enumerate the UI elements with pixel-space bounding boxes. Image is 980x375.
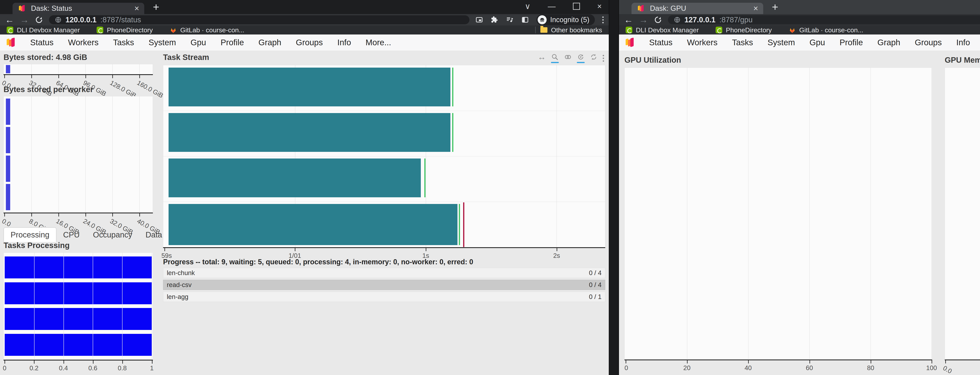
task-stream-chart: Task Stream ↔ <box>163 53 605 257</box>
bookmark-phonedirectory[interactable]: PhoneDirectory <box>716 26 772 34</box>
media-playlist-icon[interactable] <box>506 16 514 24</box>
tab-processing[interactable]: Processing <box>3 227 56 242</box>
tasks-processing-plot <box>3 253 153 360</box>
browser-window-gpu: Dask: GPU × + ∨ — × ← → 127.0.0.1:8787/g… <box>619 0 980 375</box>
pan-tool-icon[interactable]: ↔ <box>538 53 546 64</box>
dask-navbar: Status Workers Tasks System Gpu Profile … <box>0 35 609 51</box>
new-tab-button[interactable]: + <box>153 2 159 13</box>
profile-badge[interactable]: Incognito (5) <box>536 14 595 25</box>
browser-toolbar: ← → 127.0.0.1:8787/gpu Incognito (5) <box>619 14 980 25</box>
task-name: len-agg <box>167 293 188 300</box>
tab-close-icon[interactable]: × <box>753 4 758 13</box>
nav-groups[interactable]: Groups <box>915 38 942 47</box>
folder-icon <box>540 27 547 33</box>
chart-title: GPU Memory: 4.67 GiB / 60.00 GiB <box>945 56 980 64</box>
nav-tasks[interactable]: Tasks <box>732 38 753 47</box>
back-button[interactable]: ← <box>624 15 633 24</box>
task-marker-green <box>452 68 453 106</box>
task-count: 0 / 1 <box>589 293 601 300</box>
bookmark-gitlab[interactable]: GitLab · course-con... <box>789 26 863 34</box>
extensions-icon[interactable] <box>491 16 498 24</box>
bytes-stored-plot <box>3 64 153 74</box>
box-zoom-tool-icon[interactable] <box>551 53 559 63</box>
site-info-icon[interactable] <box>55 16 62 23</box>
nav-status[interactable]: Status <box>649 38 673 47</box>
toolbar-more-icon[interactable] <box>603 55 604 62</box>
task-marker-green <box>452 113 453 152</box>
hover-tool-icon[interactable] <box>577 53 585 63</box>
wheel-zoom-tool-icon[interactable] <box>564 53 572 63</box>
nav-graph[interactable]: Graph <box>878 38 900 47</box>
nav-gpu[interactable]: Gpu <box>191 38 206 47</box>
bookmarks-bar: DLI Devbox Manager PhoneDirectory GitLab… <box>0 25 609 35</box>
nav-info[interactable]: Info <box>337 38 351 47</box>
task-marker-green <box>459 204 460 245</box>
gpu-utilization-plot <box>624 68 932 359</box>
nav-graph[interactable]: Graph <box>259 38 282 47</box>
url-path: :8787/status <box>100 16 141 24</box>
nvidia-icon <box>626 27 632 33</box>
back-button[interactable]: ← <box>5 15 14 24</box>
processing-bar <box>5 256 151 278</box>
browser-window-status: Dask: Status × + ∨ — × ← → 120.0.0.1:878… <box>0 0 609 375</box>
site-info-icon[interactable] <box>674 16 681 23</box>
nav-profile[interactable]: Profile <box>840 38 863 47</box>
nav-system[interactable]: System <box>149 38 176 47</box>
bytes-per-worker-x-axis: 0.0 8.0 GiB 16.0 GiB 24.0 GiB 32.0 GiB 4… <box>3 213 153 226</box>
browser-toolbar: ← → 120.0.0.1:8787/status Incognito (5) <box>0 14 609 25</box>
task-bar-worker-3 <box>169 204 457 245</box>
nav-profile[interactable]: Profile <box>221 38 244 47</box>
gitlab-icon <box>170 27 177 33</box>
other-bookmarks-button[interactable]: Other bookmarks <box>540 26 602 34</box>
bookmark-dli-devbox[interactable]: DLI Devbox Manager <box>626 26 699 34</box>
url-bar[interactable]: 127.0.0.1:8787/gpu <box>668 15 980 24</box>
bookmark-dli-devbox[interactable]: DLI Devbox Manager <box>7 26 80 34</box>
gpu-utilization-x-axis: 0 20 40 60 80 100 <box>624 359 932 371</box>
worker-bytes-bar <box>6 99 10 125</box>
tab-close-icon[interactable]: × <box>134 4 139 13</box>
nav-tasks[interactable]: Tasks <box>113 38 134 47</box>
url-bar[interactable]: 120.0.0.1:8787/status <box>49 15 469 24</box>
bookmark-phonedirectory[interactable]: PhoneDirectory <box>97 26 153 34</box>
browser-tab[interactable]: Dask: GPU × <box>632 3 763 14</box>
forward-button[interactable]: → <box>20 15 29 24</box>
gpu-utilization-chart: GPU Utilization 0 20 40 60 80 100 <box>624 56 932 371</box>
task-count: 0 / 4 <box>589 281 601 289</box>
bookmark-gitlab[interactable]: GitLab · course-con... <box>170 26 244 34</box>
bookmarks-bar: DLI Devbox Manager PhoneDirectory GitLab… <box>619 25 980 35</box>
chart-title: GPU Utilization <box>624 56 932 64</box>
nav-info[interactable]: Info <box>956 38 970 47</box>
nav-workers[interactable]: Workers <box>687 38 718 47</box>
nav-gpu[interactable]: Gpu <box>810 38 825 47</box>
nav-system[interactable]: System <box>768 38 795 47</box>
dask-favicon <box>19 5 25 12</box>
tab-search-chevron-icon[interactable]: ∨ <box>525 2 530 10</box>
nav-groups[interactable]: Groups <box>296 38 323 47</box>
reload-button[interactable] <box>35 16 43 24</box>
dask-favicon <box>638 5 644 12</box>
nvidia-icon <box>716 27 722 33</box>
tab-occupancy[interactable]: Occupancy <box>86 228 139 242</box>
nav-status[interactable]: Status <box>30 38 54 47</box>
close-window-button[interactable]: × <box>597 2 602 10</box>
nav-more[interactable]: More... <box>366 38 391 47</box>
picture-in-picture-icon[interactable] <box>475 16 483 24</box>
worker-bytes-bar <box>6 184 10 210</box>
incognito-label: Incognito (5) <box>550 16 589 24</box>
new-tab-button[interactable]: + <box>772 2 778 13</box>
forward-button[interactable]: → <box>639 15 648 24</box>
task-name: len-chunk <box>167 269 195 276</box>
minimize-button[interactable]: — <box>548 2 556 10</box>
menu-kebab-icon[interactable] <box>602 16 604 23</box>
processing-bar <box>5 334 151 356</box>
nvidia-icon <box>97 27 103 33</box>
side-panel-icon[interactable] <box>521 16 529 24</box>
reset-tool-icon[interactable] <box>590 53 598 63</box>
nav-workers[interactable]: Workers <box>68 38 99 47</box>
browser-tab[interactable]: Dask: Status × <box>13 3 144 14</box>
maximize-button[interactable] <box>573 3 580 10</box>
reload-button[interactable] <box>654 16 662 24</box>
tab-cpu[interactable]: CPU <box>56 228 86 242</box>
bytes-stored-bar <box>6 65 10 73</box>
task-bar-worker-2 <box>169 159 421 197</box>
